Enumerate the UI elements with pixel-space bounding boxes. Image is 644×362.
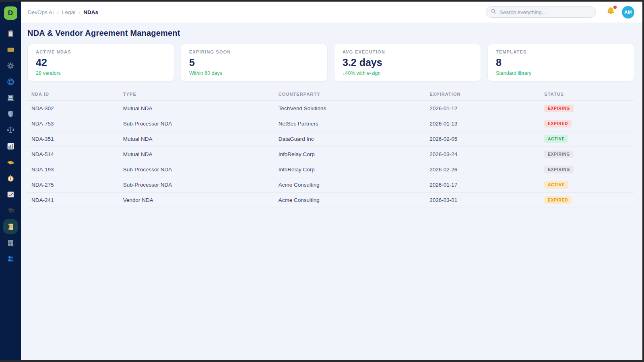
cell-status: EXPIRING [540, 147, 634, 162]
table-row[interactable]: NDA-275 Sub-Processor NDA Acme Consultin… [27, 177, 634, 193]
cell-status: EXPIRING [540, 162, 634, 177]
stat-subtext: 28 vendors [36, 70, 166, 76]
cell-type: Mutual NDA [119, 132, 275, 147]
sidebar-item-gear[interactable] [3, 58, 18, 73]
cell-counterparty: Acme Consulting [275, 177, 425, 193]
sidebar-item-globe[interactable] [3, 74, 18, 89]
sidebar-item-bar-chart[interactable] [3, 139, 18, 153]
table-row[interactable]: NDA-514 Mutual NDA InfoRelay Corp 2026-0… [27, 147, 634, 162]
stat-label: EXPIRING SOON [189, 49, 319, 54]
column-header-status: STATUS [540, 88, 634, 101]
breadcrumb: DevOps AI›Legal›NDAs [28, 9, 98, 15]
laptop-icon [6, 94, 15, 102]
sidebar-item-handshake[interactable] [3, 155, 18, 169]
cell-status: ACTIVE [540, 177, 634, 193]
avatar[interactable]: AM [622, 6, 634, 19]
cell-nda-id: NDA-753 [27, 116, 119, 132]
breadcrumb-item-ndas: NDAs [83, 9, 98, 15]
app-window: D DevOps AI›Legal›NDAs AM [0, 0, 644, 362]
sidebar-item-people[interactable] [3, 251, 18, 266]
bell-icon [606, 11, 616, 18]
clipboard-icon [6, 29, 15, 38]
cell-type: Mutual NDA [119, 101, 275, 116]
status-badge: EXPIRING [544, 166, 574, 173]
app-logo[interactable]: D [4, 6, 17, 20]
stat-subtext: Standard library [496, 70, 626, 76]
notification-dot [613, 6, 617, 9]
sidebar-item-ticket[interactable] [3, 42, 18, 57]
status-badge: EXPIRING [544, 105, 574, 112]
notifications-button[interactable] [606, 6, 616, 18]
globe-icon [6, 78, 15, 86]
sidebar-item-scroll[interactable] [3, 219, 18, 234]
breadcrumb-item-legal[interactable]: Legal [62, 9, 75, 15]
table-row[interactable]: NDA-241 Vendor NDA Acme Consulting 2026-… [27, 193, 634, 208]
sidebar-item-graduation-cap[interactable] [3, 203, 18, 218]
gear-icon [6, 62, 15, 70]
cell-expiration: 2026-03-01 [425, 193, 540, 208]
global-search [486, 6, 596, 18]
sidebar-item-office-building[interactable] [3, 235, 18, 250]
stat-card: AVG EXECUTION 3.2 days ↓40% with e-sign [334, 44, 481, 81]
graduation-cap-icon [6, 206, 15, 215]
breadcrumb-separator: › [57, 9, 59, 15]
table-row[interactable]: NDA-302 Mutual NDA TechVend Solutions 20… [27, 101, 634, 116]
people-icon [6, 255, 15, 263]
breadcrumb-item-devops-ai[interactable]: DevOps AI [28, 9, 54, 15]
chart-increasing-icon [6, 190, 15, 199]
sidebar-item-clipboard[interactable] [3, 26, 18, 41]
cell-type: Mutual NDA [119, 147, 275, 162]
cell-counterparty: InfoRelay Corp [275, 147, 425, 162]
compass-icon [6, 174, 15, 183]
cell-nda-id: NDA-241 [27, 193, 119, 208]
sidebar-item-scales[interactable] [3, 123, 18, 137]
cell-type: Sub-Processor NDA [119, 177, 275, 193]
stat-cards: ACTIVE NDAS 42 28 vendors EXPIRING SOON … [27, 44, 634, 81]
cell-type: Sub-Processor NDA [119, 162, 275, 177]
sidebar-item-laptop[interactable] [3, 90, 18, 105]
table-row[interactable]: NDA-193 Sub-Processor NDA InfoRelay Corp… [27, 162, 634, 177]
stat-value: 8 [496, 57, 626, 68]
column-header-type: TYPE [119, 88, 275, 101]
status-badge: EXPIRING [544, 150, 574, 158]
cell-status: EXPIRED [540, 116, 634, 132]
sidebar-nav [3, 26, 18, 266]
cell-counterparty: DataGuard Inc [275, 132, 425, 147]
column-header-nda-id: NDA ID [27, 88, 119, 101]
stat-label: TEMPLATES [496, 49, 626, 54]
ticket-icon [6, 45, 15, 54]
sidebar-item-shield[interactable] [3, 107, 18, 121]
topbar-actions: AM [486, 6, 634, 19]
cell-nda-id: NDA-514 [27, 147, 119, 162]
search-input[interactable] [500, 9, 592, 15]
topbar: DevOps AI›Legal›NDAs AM [21, 2, 642, 23]
stat-label: ACTIVE NDAS [36, 49, 166, 54]
sidebar-item-chart-increasing[interactable] [3, 187, 18, 202]
page-content: NDA & Vendor Agreement Management ACTIVE… [21, 23, 642, 360]
breadcrumb-separator: › [78, 9, 80, 15]
page-title: NDA & Vendor Agreement Management [27, 29, 634, 38]
stat-value: 5 [189, 57, 319, 68]
cell-expiration: 2026-02-26 [425, 162, 540, 177]
cell-status: EXPIRED [540, 193, 634, 208]
bar-chart-icon [6, 142, 15, 150]
table-row[interactable]: NDA-351 Mutual NDA DataGuard Inc 2026-02… [27, 132, 634, 147]
table-row[interactable]: NDA-753 Sub-Processor NDA NetSec Partner… [27, 116, 634, 132]
cell-counterparty: TechVend Solutions [275, 101, 425, 116]
status-badge: ACTIVE [544, 181, 568, 189]
stat-subtext: ↓40% with e-sign [343, 70, 473, 76]
column-header-expiration: EXPIRATION [425, 88, 540, 101]
cell-counterparty: NetSec Partners [275, 116, 425, 132]
handshake-icon [6, 158, 15, 167]
sidebar-item-compass[interactable] [3, 171, 18, 185]
cell-expiration: 2026-03-24 [425, 147, 540, 162]
cell-expiration: 2026-01-17 [425, 177, 540, 193]
cell-expiration: 2026-01-12 [425, 101, 540, 116]
stat-value: 42 [36, 57, 166, 68]
office-building-icon [6, 239, 15, 247]
cell-expiration: 2026-01-13 [425, 116, 540, 132]
cell-expiration: 2026-02-05 [425, 132, 540, 147]
table-header-row: NDA IDTYPECOUNTERPARTYEXPIRATIONSTATUS [27, 88, 634, 101]
cell-nda-id: NDA-275 [27, 177, 119, 193]
column-header-counterparty: COUNTERPARTY [275, 88, 425, 101]
